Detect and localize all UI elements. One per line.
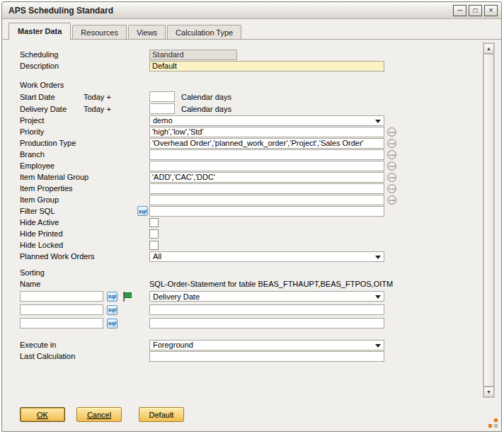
ok-button[interactable]: OK <box>20 407 65 422</box>
vertical-scrollbar[interactable]: ▲ ▼ <box>483 42 495 398</box>
maximize-icon[interactable]: □ <box>469 5 482 16</box>
filter-sql-field[interactable] <box>149 206 384 217</box>
title-bar: APS Scheduling Standard ─ □ × <box>2 2 501 19</box>
item-properties-choose-from-list-icon[interactable] <box>387 184 396 193</box>
item-material-group-choose-from-list-icon[interactable] <box>387 173 396 182</box>
start-date-prefix: Today + <box>84 93 149 101</box>
hide-printed-label: Hide Printed <box>20 229 149 238</box>
project-value: demo <box>153 116 173 125</box>
item-properties-field[interactable] <box>149 183 384 194</box>
priority-choose-from-list-icon[interactable] <box>387 127 396 137</box>
sorting-sql-icon-1[interactable]: sql <box>107 292 118 302</box>
hide-locked-label: Hide Locked <box>20 241 149 249</box>
cancel-button[interactable]: Cancel <box>76 407 122 422</box>
sorting-name-field-1[interactable] <box>20 291 103 302</box>
priority-label: Priority <box>20 127 149 136</box>
tab-master-data[interactable]: Master Data <box>8 23 71 40</box>
scroll-down-icon[interactable]: ▼ <box>483 387 494 397</box>
minimize-icon[interactable]: ─ <box>453 5 466 16</box>
last-calculation-label: Last Calculation <box>20 352 149 360</box>
description-field[interactable] <box>149 61 384 72</box>
start-date-field[interactable] <box>149 91 175 102</box>
item-group-label: Item Group <box>20 195 149 204</box>
execute-in-value: Foreground <box>153 341 193 349</box>
sorting-row: sql <box>20 303 501 316</box>
default-button[interactable]: Default <box>139 407 184 422</box>
scroll-up-icon[interactable]: ▲ <box>483 43 494 54</box>
sorting-row: sql Delivery Date <box>20 290 501 303</box>
sorting-name-field-2[interactable] <box>20 304 103 315</box>
close-icon[interactable]: × <box>484 5 498 16</box>
branch-choose-from-list-icon[interactable] <box>387 150 396 159</box>
window-title: APS Scheduling Standard <box>8 6 451 16</box>
sorting-statement-field-2[interactable] <box>149 304 384 315</box>
execute-in-label: Execute in <box>20 341 149 349</box>
sorting-name-field-3[interactable] <box>20 318 103 329</box>
delivery-date-label: Delivery Date <box>20 105 84 113</box>
branch-label: Branch <box>20 150 149 159</box>
branch-field[interactable] <box>149 149 384 160</box>
start-date-suffix: Calendar days <box>181 93 231 101</box>
production-type-label: Production Type <box>20 139 149 147</box>
employee-choose-from-list-icon[interactable] <box>387 161 396 171</box>
delivery-date-suffix: Calendar days <box>181 105 231 113</box>
sorting-flag-icon-1[interactable] <box>121 292 131 302</box>
item-material-group-field[interactable] <box>149 172 384 183</box>
employee-label: Employee <box>20 161 149 170</box>
production-type-choose-from-list-icon[interactable] <box>387 139 396 148</box>
sorting-name-label: Name <box>20 280 149 288</box>
description-label: Description <box>20 62 149 70</box>
item-group-field[interactable] <box>149 195 384 205</box>
planned-work-orders-value: All <box>153 252 161 261</box>
last-calculation-field[interactable] <box>149 351 384 362</box>
sorting-row: sql <box>20 316 501 330</box>
item-group-choose-from-list-icon[interactable] <box>387 195 396 205</box>
sorting-sql-icon-3[interactable]: sql <box>107 319 118 329</box>
sorting-statement-field-3[interactable] <box>149 318 384 329</box>
tab-resources[interactable]: Resources <box>72 25 127 40</box>
project-label: Project <box>20 116 149 125</box>
delivery-date-prefix: Today + <box>84 105 149 113</box>
start-date-label: Start Date <box>20 93 84 101</box>
sorting-statement-label: SQL-Order-Statement for table BEAS_FTHAU… <box>149 280 393 288</box>
project-dropdown[interactable]: demo <box>149 115 384 126</box>
tab-bar: Master Data Resources Views Calculation … <box>2 19 501 40</box>
planned-work-orders-dropdown[interactable]: All <box>149 251 384 262</box>
button-bar: OK Cancel Default <box>20 407 195 422</box>
hide-locked-checkbox[interactable] <box>149 241 159 250</box>
sorting-statement-dropdown-1[interactable]: Delivery Date <box>149 291 384 302</box>
filter-sql-label: Filter SQL <box>20 207 137 215</box>
sorting-heading: Sorting <box>20 267 501 278</box>
master-data-form: Scheduling Description Work Orders Start… <box>2 40 501 362</box>
planned-work-orders-label: Planned Work Orders <box>20 252 149 261</box>
tab-calculation-type[interactable]: Calculation Type <box>167 25 241 40</box>
work-orders-heading: Work Orders <box>20 79 501 91</box>
resize-grip-icon[interactable] <box>488 418 498 428</box>
priority-field[interactable] <box>149 127 384 137</box>
item-properties-label: Item Properties <box>20 184 149 193</box>
scheduling-field <box>149 50 237 60</box>
tab-views[interactable]: Views <box>128 25 166 40</box>
aps-scheduling-window: APS Scheduling Standard ─ □ × Master Dat… <box>1 1 502 432</box>
execute-in-dropdown[interactable]: Foreground <box>149 340 384 350</box>
employee-field[interactable] <box>149 161 384 171</box>
hide-active-checkbox[interactable] <box>149 218 159 227</box>
delivery-date-field[interactable] <box>149 103 175 114</box>
scheduling-label: Scheduling <box>20 50 149 59</box>
sorting-statement-value-1: Delivery Date <box>153 292 200 301</box>
sorting-sql-icon-2[interactable]: sql <box>107 305 118 315</box>
hide-active-label: Hide Active <box>20 218 149 227</box>
production-type-field[interactable] <box>149 138 384 149</box>
filter-sql-icon[interactable]: sql <box>137 206 148 216</box>
hide-printed-checkbox[interactable] <box>149 229 159 239</box>
scrollbar-thumb[interactable] <box>483 54 494 387</box>
item-material-group-label: Item Material Group <box>20 173 149 181</box>
